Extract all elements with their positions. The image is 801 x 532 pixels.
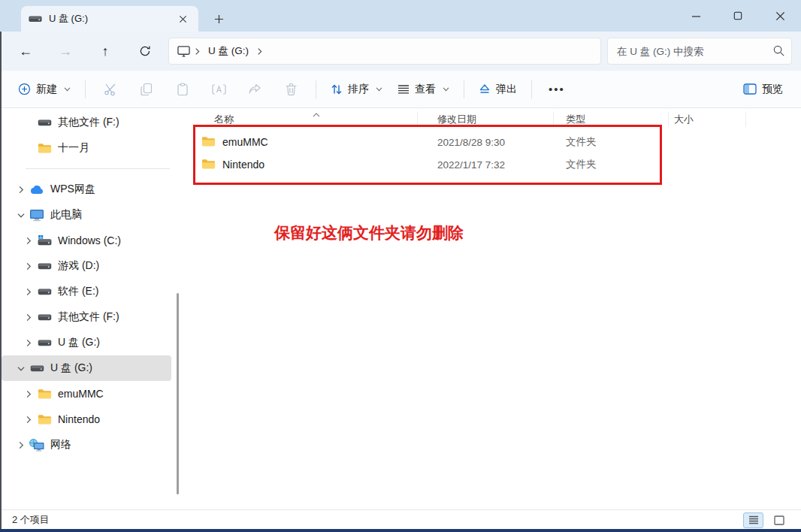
- share-button[interactable]: [240, 76, 270, 103]
- tab-close-icon[interactable]: [174, 11, 191, 27]
- column-header-type[interactable]: 类型: [554, 112, 669, 127]
- sidebar-item[interactable]: U 盘 (G:): [2, 355, 171, 381]
- file-row[interactable]: Nintendo 2022/1/17 7:32 文件夹: [186, 153, 801, 176]
- status-bar: 2 个项目: [0, 509, 801, 530]
- refresh-button[interactable]: [128, 38, 162, 65]
- toolbar-separator: [85, 80, 86, 98]
- plus-circle-icon: [18, 83, 31, 95]
- folder-icon: [36, 142, 53, 154]
- paste-button[interactable]: [168, 76, 198, 103]
- eject-button[interactable]: 弹出: [471, 76, 524, 103]
- chevron-right-icon[interactable]: [21, 416, 36, 424]
- tab-title: U 盘 (G:): [49, 12, 88, 26]
- file-name: emuMMC: [222, 136, 268, 148]
- folder-icon: [201, 158, 216, 172]
- more-button[interactable]: •••: [542, 76, 572, 103]
- sidebar-item[interactable]: emuMMC: [2, 381, 171, 407]
- drive-icon: [29, 15, 42, 23]
- explorer-window: U 盘 (G:) ← → ↑: [0, 0, 801, 532]
- new-tab-button[interactable]: [209, 9, 228, 29]
- column-header-name[interactable]: 名称: [186, 112, 418, 127]
- sidebar-item[interactable]: 十一月: [2, 135, 171, 161]
- drive-icon: [29, 364, 45, 373]
- annotation-note: 保留好这俩文件夹请勿删除: [274, 222, 464, 243]
- address-bar[interactable]: U 盘 (G:): [168, 38, 601, 65]
- chevron-right-icon[interactable]: [21, 390, 36, 398]
- sidebar-item-label: 软件 (E:): [58, 285, 98, 298]
- chevron-right-icon[interactable]: [14, 186, 29, 194]
- chevron-down-icon: [443, 87, 449, 92]
- sidebar-item[interactable]: Nintendo: [2, 407, 171, 432]
- sidebar-item[interactable]: WPS网盘: [2, 177, 171, 202]
- forward-button[interactable]: →: [49, 38, 82, 65]
- column-header-size[interactable]: 大小: [669, 112, 746, 127]
- window-bottom-edge: [0, 529, 801, 532]
- folder-icon: [36, 413, 53, 425]
- new-button-label: 新建: [36, 83, 57, 96]
- sidebar-item-label: 十一月: [58, 141, 89, 155]
- sidebar-item[interactable]: 其他文件 (F:): [2, 110, 171, 135]
- sidebar-separator: [26, 168, 170, 169]
- titlebar: U 盘 (G:): [0, 0, 801, 32]
- close-button[interactable]: [759, 0, 801, 32]
- sidebar-item-label: emuMMC: [58, 388, 104, 400]
- sidebar-item[interactable]: U 盘 (G:): [2, 330, 171, 355]
- chevron-down-icon[interactable]: [14, 364, 29, 373]
- chevron-right-icon[interactable]: [21, 313, 36, 322]
- navigation-bar: ← → ↑ U 盘 (G:): [0, 32, 801, 71]
- column-header-date[interactable]: 修改日期: [418, 112, 554, 127]
- delete-button[interactable]: [276, 76, 306, 103]
- toolbar-separator: [531, 80, 532, 98]
- file-row[interactable]: emuMMC 2021/8/28 9:30 文件夹: [186, 131, 801, 153]
- minimize-button[interactable]: [675, 0, 717, 32]
- sidebar-item-label: U 盘 (G:): [58, 336, 100, 349]
- search-icon[interactable]: [772, 44, 785, 60]
- item-count: 2 个项目: [12, 513, 50, 527]
- sort-arrows-icon: [331, 83, 343, 95]
- chevron-right-icon[interactable]: [21, 262, 36, 271]
- chevron-right-icon[interactable]: [21, 339, 36, 347]
- more-icon: •••: [549, 83, 565, 95]
- file-name: Nintendo: [222, 159, 264, 171]
- details-view-button[interactable]: [743, 512, 763, 528]
- rename-button[interactable]: [204, 76, 234, 103]
- chevron-right-icon[interactable]: [21, 288, 36, 296]
- drive-icon: [36, 288, 53, 296]
- sidebar-item[interactable]: 软件 (E:): [2, 279, 171, 304]
- copy-button[interactable]: [131, 76, 162, 103]
- chevron-down-icon[interactable]: [14, 211, 29, 219]
- sidebar-item[interactable]: 其他文件 (F:): [2, 304, 171, 330]
- eject-button-label: 弹出: [496, 83, 517, 96]
- back-button[interactable]: ←: [9, 38, 42, 65]
- search-input[interactable]: [607, 38, 792, 65]
- view-button[interactable]: 查看: [390, 76, 457, 103]
- up-button[interactable]: ↑: [89, 38, 122, 65]
- sidebar-item[interactable]: 网络: [2, 432, 171, 458]
- sidebar-item-label: WPS网盘: [50, 183, 95, 196]
- chevron-right-icon[interactable]: [14, 441, 29, 449]
- cut-button[interactable]: [95, 76, 125, 103]
- explorer-tab[interactable]: U 盘 (G:): [21, 6, 198, 32]
- file-date: 2021/8/28 9:30: [418, 137, 554, 148]
- preview-button[interactable]: 预览: [736, 76, 790, 103]
- this-pc-icon[interactable]: [177, 45, 191, 58]
- sidebar-item-label: 此电脑: [50, 208, 82, 222]
- toolbar-separator: [316, 80, 316, 98]
- drive-icon: [36, 262, 53, 271]
- sidebar-item[interactable]: 游戏 (D:): [2, 253, 171, 279]
- maximize-button[interactable]: [717, 0, 759, 32]
- thumbnail-view-button[interactable]: [769, 512, 789, 528]
- navigation-pane: 其他文件 (F:) 十一月 WPS网盘 此电脑 Windows (C:) 游戏 …: [0, 108, 186, 509]
- toolbar-separator: [464, 80, 464, 98]
- sidebar-item[interactable]: 此电脑: [2, 202, 171, 228]
- folder-icon: [201, 135, 216, 150]
- drive-icon: [36, 339, 53, 347]
- sidebar-item-label: 游戏 (D:): [58, 259, 99, 273]
- breadcrumb-item[interactable]: U 盘 (G:): [208, 44, 249, 58]
- chevron-right-icon[interactable]: [21, 237, 36, 245]
- new-button[interactable]: 新建: [11, 76, 78, 103]
- sidebar-item[interactable]: Windows (C:): [2, 228, 171, 253]
- breadcrumb-chevron-icon[interactable]: [257, 47, 262, 56]
- sort-button[interactable]: 排序: [323, 76, 390, 103]
- sidebar-scrollbar[interactable]: [177, 293, 179, 494]
